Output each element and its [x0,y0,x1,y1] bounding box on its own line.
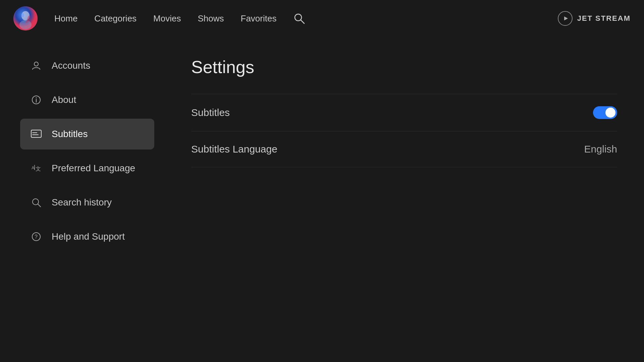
search-history-icon [30,196,42,208]
nav-categories[interactable]: Categories [94,13,137,24]
settings-row-subtitles: Subtitles [191,94,617,131]
sidebar-help-support-label: Help and Support [52,231,125,242]
subtitles-label: Subtitles [191,107,230,118]
settings-title: Settings [191,57,617,77]
sidebar-subtitles-label: Subtitles [52,129,88,139]
sidebar-item-subtitles[interactable]: Subtitles [20,119,154,149]
subtitles-toggle[interactable] [593,106,617,119]
sidebar-preferred-language-label: Preferred Language [52,163,135,174]
nav-shows[interactable]: Shows [198,13,224,24]
sidebar-item-preferred-language[interactable]: A 文 Preferred Language [20,153,154,184]
svg-rect-11 [31,130,41,137]
svg-text:A: A [32,165,35,170]
toggle-knob [605,108,615,118]
header: Home Categories Movies Shows Favorites J… [0,0,644,37]
sidebar-accounts-label: Accounts [52,60,90,71]
sidebar: Accounts About Subtitles [0,37,164,362]
settings-panel: Settings Subtitles Subtitles Language En… [164,37,644,362]
nav-home[interactable]: Home [54,13,77,24]
svg-line-18 [38,204,41,207]
translate-icon: A 文 [30,162,42,174]
brand-play-icon [558,11,573,26]
main-nav: Home Categories Movies Shows Favorites [54,12,558,24]
svg-text:?: ? [35,234,38,240]
svg-point-3 [21,13,24,17]
svg-point-4 [295,14,302,21]
sidebar-item-accounts[interactable]: Accounts [20,50,154,81]
subtitles-language-value: English [584,143,617,155]
nav-movies[interactable]: Movies [153,13,181,24]
main-content: Accounts About Subtitles [0,37,644,362]
sidebar-about-label: About [52,95,76,105]
brand-area: JET STREAM [558,11,631,26]
search-icon[interactable] [293,12,305,24]
info-icon [30,94,42,106]
sidebar-search-history-label: Search history [52,197,112,208]
sidebar-item-help-support[interactable]: ? Help and Support [20,221,154,252]
person-icon [30,60,42,72]
svg-marker-6 [564,16,568,20]
svg-text:文: 文 [36,166,41,172]
svg-point-7 [34,62,38,66]
subtitles-icon [30,128,42,140]
sidebar-item-about[interactable]: About [20,84,154,115]
svg-line-5 [301,20,304,23]
nav-favorites[interactable]: Favorites [241,13,277,24]
sidebar-item-search-history[interactable]: Search history [20,187,154,218]
svg-point-10 [36,98,37,99]
help-icon: ? [30,231,42,243]
svg-point-2 [19,20,32,29]
brand-name: JET STREAM [577,14,631,23]
subtitles-language-label: Subtitles Language [191,143,277,155]
settings-row-subtitles-language[interactable]: Subtitles Language English [191,131,617,167]
avatar[interactable] [13,6,38,31]
